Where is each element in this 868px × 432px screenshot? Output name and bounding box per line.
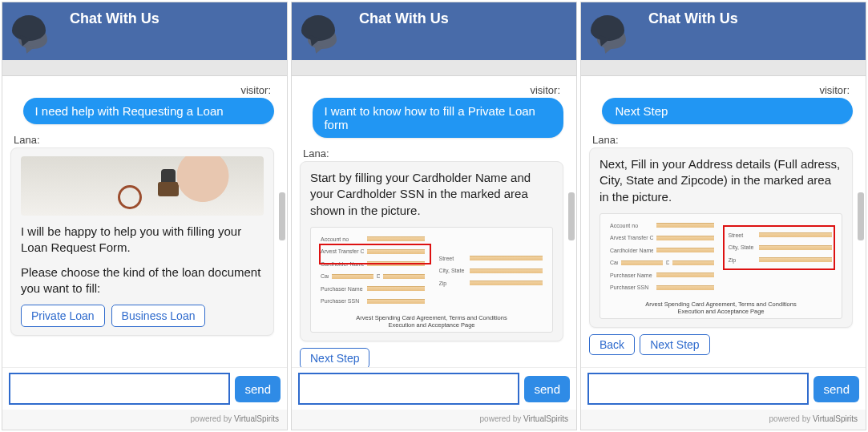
agent-message: Next, Fill in your Address details (Full… [589, 147, 853, 328]
agent-message: I will be happy to help you with filling… [10, 147, 274, 336]
chat-logo-icon [301, 15, 346, 60]
powered-by-brand: VirtualSpirits [523, 414, 568, 423]
message-input[interactable] [587, 373, 809, 405]
chat-header: Chat With Us [2, 2, 287, 60]
business-loan-button[interactable]: Business Loan [111, 305, 206, 327]
powered-by-brand: VirtualSpirits [234, 414, 279, 423]
visitor-label: visitor: [10, 84, 274, 96]
chat-header: Chat With Us [581, 2, 866, 60]
agent-label: Lana: [589, 134, 853, 146]
powered-by-brand: VirtualSpirits [813, 414, 858, 423]
chat-subheader [292, 60, 576, 76]
chat-widget: Chat With Us visitor: I need help with R… [2, 2, 288, 430]
chat-title: Chat With Us [359, 10, 449, 27]
highlight-rectangle [723, 225, 835, 270]
form-preview-image: Account no Arvest Transfer Card # Cardho… [310, 227, 553, 333]
footer: powered by VirtualSpirits [292, 410, 576, 430]
user-message: I want to know how to fill a Private Loa… [313, 98, 563, 138]
footer: powered by VirtualSpirits [581, 410, 866, 430]
chat-title: Chat With Us [70, 10, 159, 27]
powered-by-prefix: powered by [191, 414, 234, 423]
message-input[interactable] [298, 373, 519, 405]
chat-logo-icon [591, 15, 636, 60]
user-message: I need help with Requesting a Loan [23, 98, 274, 124]
footer: powered by VirtualSpirits [2, 410, 287, 430]
chat-subheader [581, 60, 866, 76]
visitor-label: visitor: [589, 84, 853, 96]
agent-label: Lana: [300, 147, 563, 159]
scrollbar-thumb[interactable] [279, 192, 285, 240]
agent-image-stamp [21, 156, 264, 216]
chat-subheader [2, 60, 287, 76]
chat-title: Chat With Us [648, 10, 738, 27]
agent-text: I will be happy to help you with filling… [21, 224, 264, 256]
private-loan-button[interactable]: Private Loan [21, 305, 105, 327]
send-button[interactable]: send [235, 376, 281, 402]
chat-widget: Chat With Us visitor: Next Step Lana: Ne… [580, 2, 866, 430]
user-message: Next Step [602, 98, 853, 124]
visitor-label: visitor: [300, 84, 563, 96]
powered-by-prefix: powered by [769, 414, 813, 423]
conversation-area: visitor: I want to know how to fill a Pr… [292, 76, 576, 367]
input-row: send [2, 367, 287, 410]
form-preview-image: Account no Arvest Transfer Card # Cardho… [600, 213, 842, 320]
step-row: Next Step [300, 348, 563, 367]
highlight-rectangle [319, 244, 431, 264]
agent-text: Start by filling your Cardholder Name an… [310, 170, 553, 219]
message-input[interactable] [9, 373, 230, 405]
input-row: send [581, 367, 866, 410]
chat-widget: Chat With Us visitor: I want to know how… [291, 2, 577, 430]
send-button[interactable]: send [813, 376, 859, 402]
agent-text: Please choose the kind of the loan docum… [21, 264, 264, 297]
powered-by-prefix: powered by [480, 414, 523, 423]
back-button[interactable]: Back [589, 334, 635, 355]
next-step-button[interactable]: Next Step [300, 348, 369, 367]
chat-header: Chat With Us [292, 2, 576, 60]
next-step-button[interactable]: Next Step [640, 334, 709, 355]
scrollbar-thumb[interactable] [568, 192, 575, 240]
agent-label: Lana: [10, 134, 274, 146]
send-button[interactable]: send [524, 376, 570, 402]
option-row: Private Loan Business Loan [21, 305, 264, 327]
chat-logo-icon [12, 15, 57, 60]
step-row: Back Next Step [589, 334, 853, 355]
input-row: send [292, 367, 576, 410]
conversation-area: visitor: I need help with Requesting a L… [2, 76, 287, 367]
conversation-area: visitor: Next Step Lana: Next, Fill in y… [581, 76, 866, 367]
scrollbar-thumb[interactable] [858, 192, 864, 240]
agent-text: Next, Fill in your Address details (Full… [600, 156, 842, 205]
agent-message: Start by filling your Cardholder Name an… [300, 161, 563, 341]
